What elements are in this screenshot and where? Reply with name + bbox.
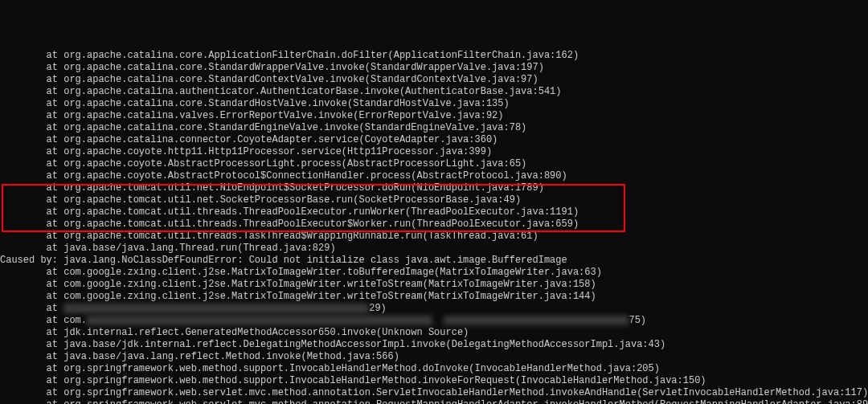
stack-trace-line: at org.apache.catalina.connector.CoyoteA… (0, 134, 868, 146)
stack-trace-line: at org.springframework.web.method.suppor… (0, 375, 868, 387)
stack-trace-line: at org.apache.catalina.core.StandardWrap… (0, 62, 868, 74)
stack-trace-line: at org.apache.coyote.AbstractProtocol$Co… (0, 170, 868, 182)
stack-trace-line: at org.apache.tomcat.util.net.SocketProc… (0, 194, 868, 206)
stack-trace-line: at org.apache.catalina.core.ApplicationF… (0, 50, 868, 62)
stack-trace-line: at org.apache.catalina.valves.ErrorRepor… (0, 110, 868, 122)
terminal-output: at org.apache.catalina.core.ApplicationF… (0, 50, 868, 404)
stack-trace-line: at org.apache.tomcat.util.threads.Thread… (0, 206, 868, 218)
stack-trace-line: at com.google.zxing.client.j2se.MatrixTo… (0, 291, 868, 303)
stack-trace-line: at java.base/java.lang.reflect.Method.in… (0, 351, 868, 363)
stack-trace-line: at com.google.zxing.client.j2se.MatrixTo… (0, 279, 868, 291)
stack-trace-line: at com.google.zxing.client.j2se.MatrixTo… (0, 267, 868, 279)
stack-trace-line: Caused by: java.lang.NoClassDefFoundErro… (0, 255, 868, 267)
stack-trace-line: at org.springframework.web.method.suppor… (0, 363, 868, 375)
stack-trace-line: at jdk.internal.reflect.GeneratedMethodA… (0, 327, 868, 339)
stack-trace-line: at org.apache.catalina.core.StandardHost… (0, 98, 868, 110)
stack-trace-line: at org.apache.coyote.http11.Http11Proces… (0, 146, 868, 158)
stack-trace-line-redacted: at com. 75) (0, 315, 868, 327)
stack-trace-line: at org.apache.catalina.core.StandardCont… (0, 74, 868, 86)
stack-trace-line: at org.apache.tomcat.util.net.NioEndpoin… (0, 182, 868, 194)
stack-trace-line: at org.apache.catalina.authenticator.Aut… (0, 86, 868, 98)
stack-trace-line: at org.springframework.web.servlet.mvc.m… (0, 399, 868, 404)
stack-trace-line: at org.springframework.web.servlet.mvc.m… (0, 387, 868, 399)
stack-trace-line: at org.apache.tomcat.util.threads.Thread… (0, 218, 868, 231)
stack-trace-line: at org.apache.coyote.AbstractProcessorLi… (0, 158, 868, 170)
stack-trace-line: at org.apache.tomcat.util.threads.TaskTh… (0, 231, 868, 243)
stack-trace-line: at java.base/java.lang.Thread.run(Thread… (0, 243, 868, 255)
stack-trace-line-redacted: at 29) (0, 303, 868, 315)
stack-trace-line: at java.base/jdk.internal.reflect.Delega… (0, 339, 868, 351)
stack-trace-line: at org.apache.catalina.core.StandardEngi… (0, 122, 868, 134)
